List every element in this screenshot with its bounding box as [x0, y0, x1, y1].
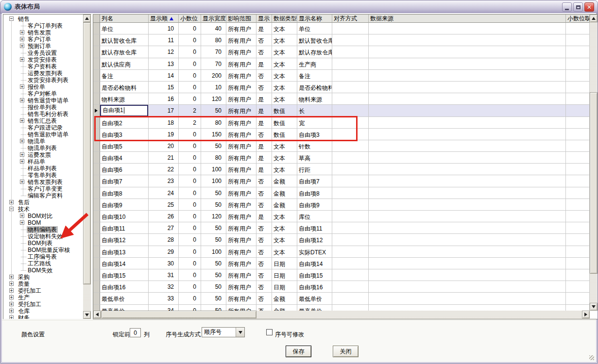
grid-cell[interactable]: 18	[149, 117, 179, 129]
grid-row-自由项10[interactable]: 自由项10260120所有用户是文本库位	[93, 211, 590, 222]
grid-cell[interactable]: 库位	[297, 211, 332, 222]
grid-row-自由项7[interactable]: 自由项7230100所有用户否金额自由项7	[93, 175, 590, 187]
grid-cell[interactable]	[566, 175, 590, 187]
grid-row-最低单价[interactable]: 最低单价33050所有用户否金额最低单价	[93, 293, 590, 304]
column-header-显示[interactable]: 显示	[256, 15, 272, 23]
grid-cell[interactable]: 金额	[272, 199, 297, 211]
tree-item-销售退款申请单[interactable]: 销售退款申请单	[3, 131, 83, 138]
row-marker-cell[interactable]	[93, 129, 100, 140]
grid-cell[interactable]: 是	[256, 58, 272, 70]
tree-item-BOM列表[interactable]: BOM列表	[3, 240, 83, 247]
row-marker-cell[interactable]	[93, 117, 100, 129]
grid-cell[interactable]: 文本	[272, 164, 297, 175]
grid-row-自由项2[interactable]: 自由项218280所有用户是数值宽	[93, 117, 590, 129]
grid-cell[interactable]: 文本	[272, 58, 297, 70]
grid-cell[interactable]	[369, 152, 566, 164]
grid-cell[interactable]	[332, 129, 369, 140]
tree-item-BOM对比[interactable]: +BOM对比	[3, 213, 83, 219]
row-marker-cell[interactable]	[93, 82, 100, 93]
grid-cell[interactable]: 否	[256, 82, 272, 93]
grid-cell[interactable]	[566, 187, 590, 199]
grid-cell[interactable]: 单位	[100, 23, 149, 34]
grid-cell[interactable]: 50	[201, 305, 226, 311]
grid-row-默认暂收仓库[interactable]: 默认暂收仓库11080所有用户否文本默认暂收仓库	[93, 34, 590, 46]
lock-columns-input[interactable]	[130, 328, 141, 337]
close-button[interactable]: ✕	[584, 2, 594, 12]
grid-cell[interactable]	[332, 222, 369, 234]
grid-cell[interactable]: 31	[149, 269, 179, 281]
grid-cell[interactable]: 文本	[272, 70, 297, 82]
grid-cell[interactable]: 200	[201, 70, 226, 82]
expand-icon[interactable]: +	[20, 30, 24, 34]
grid-cell[interactable]: 自由项15	[297, 269, 332, 281]
grid-cell[interactable]: 金额	[272, 293, 297, 304]
tree-item-销售汇总表[interactable]: +销售汇总表	[3, 117, 83, 124]
column-header-显示顺[interactable]: 显示顺	[149, 15, 179, 23]
grid-cell[interactable]: 14	[149, 70, 179, 82]
expand-icon[interactable]: +	[9, 295, 14, 299]
grid-cell[interactable]: 0	[179, 34, 201, 46]
grid-cell[interactable]: 0	[179, 187, 201, 199]
grid-cell[interactable]	[369, 269, 566, 281]
grid-cell[interactable]	[566, 164, 590, 175]
grid-cell[interactable]: 文本	[272, 93, 297, 105]
grid-cell[interactable]: 自由项8	[100, 187, 149, 199]
grid-cell[interactable]: 自由项16	[100, 281, 149, 293]
grid-cell[interactable]: 0	[179, 46, 201, 58]
grid-cell[interactable]: 日期	[272, 281, 297, 293]
grid-cell[interactable]: 否	[256, 46, 272, 58]
tree-item-发货安排表[interactable]: +发货安排表	[3, 56, 83, 63]
grid-cell[interactable]: 50	[201, 105, 226, 116]
grid-cell[interactable]: 20	[149, 140, 179, 152]
grid-cell[interactable]: 所有用户	[226, 34, 256, 46]
grid-cell[interactable]: 0	[179, 140, 201, 152]
grid-cell[interactable]: 默认供应商	[100, 58, 149, 70]
grid-cell[interactable]: 文本	[272, 82, 297, 93]
grid-cell[interactable]	[566, 129, 590, 140]
grid-cell[interactable]	[332, 46, 369, 58]
grid-cell[interactable]	[332, 34, 369, 46]
grid-cell[interactable]	[332, 305, 369, 311]
grid-cell[interactable]	[566, 46, 590, 58]
grid-cell[interactable]: 50	[201, 281, 226, 293]
grid-cell[interactable]: 备注	[297, 70, 332, 82]
grid-cell[interactable]	[332, 187, 369, 199]
grid-cell[interactable]: 0	[179, 305, 201, 311]
grid-cell[interactable]: 是否必检物料	[100, 82, 149, 93]
grid-cell[interactable]: 0	[179, 70, 201, 82]
grid-hscroll-thumb[interactable]	[102, 311, 256, 318]
grid-cell[interactable]	[332, 93, 369, 105]
grid-cell[interactable]: 否	[256, 258, 272, 269]
tree-item-预测订单[interactable]: +预测订单	[3, 43, 83, 50]
grid-cell[interactable]: 文本	[272, 152, 297, 164]
grid-row-自由项5[interactable]: 自由项520050所有用户是文本针数	[93, 140, 590, 152]
row-marker-cell[interactable]	[93, 34, 100, 46]
seq-editable-checkbox[interactable]	[266, 329, 273, 335]
row-marker-cell[interactable]	[93, 258, 100, 269]
grid-cell[interactable]: 否	[256, 175, 272, 187]
grid-cell[interactable]: 0	[179, 293, 201, 304]
column-header-数据类型[interactable]: 数据类型	[272, 15, 297, 23]
grid-cell[interactable]: 默认存放仓库	[297, 46, 332, 58]
tree-item-样品单列表[interactable]: 样品单列表	[3, 165, 83, 172]
grid-cell[interactable]: 自由项13	[100, 246, 149, 258]
collapse-icon[interactable]: −	[9, 207, 14, 211]
grid-cell[interactable]	[369, 140, 566, 152]
grid-row-单位[interactable]: 单位10040所有用户是文本单位	[93, 23, 590, 34]
grid-row-自由项4[interactable]: 自由项421080所有用户是文本草高	[93, 152, 590, 164]
grid-cell[interactable]: 文本	[272, 234, 297, 246]
grid-cell[interactable]: 文本	[272, 23, 297, 34]
grid-cell[interactable]: 所有用户	[226, 58, 256, 70]
grid-cell[interactable]: 金额	[272, 187, 297, 199]
grid-cell[interactable]: 22	[149, 164, 179, 175]
grid-cell[interactable]	[369, 46, 566, 58]
grid-cell[interactable]: 自由项8	[297, 187, 332, 199]
grid-cell[interactable]: 是	[256, 105, 272, 116]
grid-cell[interactable]: 自由项7	[100, 175, 149, 187]
grid-cell[interactable]: 所有用户	[226, 46, 256, 58]
scroll-down-button[interactable]	[590, 303, 598, 311]
grid-cell[interactable]: 30	[149, 258, 179, 269]
grid-cell[interactable]: 日期	[272, 269, 297, 281]
tree-item-受托加工[interactable]: +受托加工	[3, 301, 83, 308]
grid-cell[interactable]: 50	[201, 187, 226, 199]
